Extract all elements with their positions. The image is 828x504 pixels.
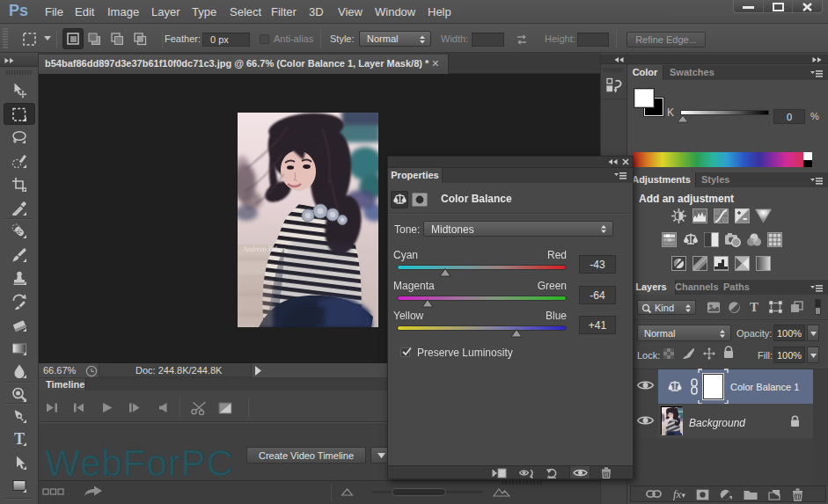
svg-text:▾: ▾ <box>729 493 732 500</box>
svg-text:T: T <box>14 431 25 447</box>
svg-text:T: T <box>750 301 758 313</box>
